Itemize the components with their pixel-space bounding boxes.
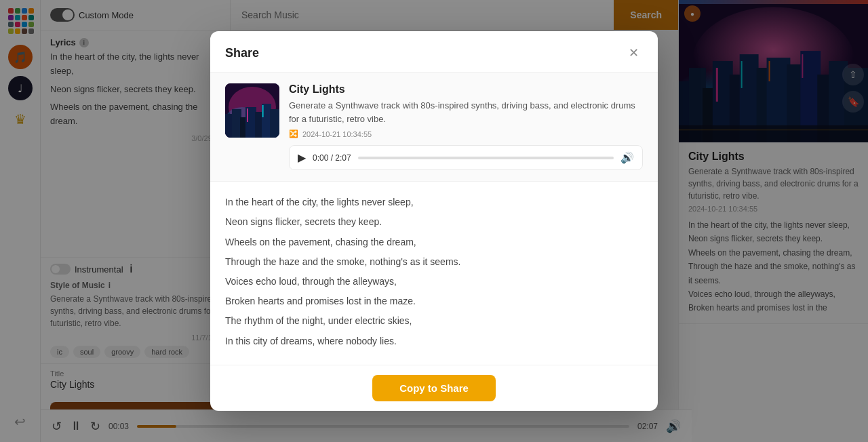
modal-header: Share ✕ bbox=[210, 31, 658, 73]
meta-icon: 🔀 bbox=[289, 129, 298, 138]
modal-song-details: City Lights Generate a Synthwave track w… bbox=[289, 83, 643, 170]
modal-volume-icon[interactable]: 🔊 bbox=[620, 151, 634, 164]
modal-lyric-3: Through the haze and the smoke, nothing'… bbox=[225, 254, 643, 270]
modal-song-thumbnail bbox=[225, 83, 279, 138]
modal-song-name: City Lights bbox=[289, 83, 643, 96]
share-modal: Share ✕ bbox=[210, 31, 658, 411]
modal-audio-time: 0:00 / 2:07 bbox=[313, 153, 351, 163]
modal-play-button[interactable]: ▶ bbox=[298, 151, 306, 164]
modal-song-description: Generate a Synthwave track with 80s-insp… bbox=[289, 99, 643, 125]
modal-audio-progress[interactable] bbox=[358, 157, 614, 159]
modal-lyric-4: Voices echo loud, through the alleyways, bbox=[225, 273, 643, 290]
modal-overlay[interactable]: Share ✕ bbox=[0, 0, 868, 442]
modal-lyric-1: Neon signs flicker, secrets they keep. bbox=[225, 214, 643, 230]
modal-close-button[interactable]: ✕ bbox=[624, 43, 643, 62]
copy-to-share-button[interactable]: Copy to Share bbox=[372, 375, 496, 401]
modal-title: Share bbox=[225, 46, 259, 60]
modal-song-date: 2024-10-21 10:34:55 bbox=[302, 130, 372, 138]
modal-footer: Copy to Share bbox=[210, 365, 658, 411]
modal-audio-player: ▶ 0:00 / 2:07 🔊 bbox=[289, 145, 643, 170]
svg-rect-33 bbox=[262, 105, 264, 117]
modal-lyrics: In the heart of the city, the lights nev… bbox=[210, 182, 658, 365]
svg-rect-32 bbox=[247, 108, 248, 122]
modal-song-card: City Lights Generate a Synthwave track w… bbox=[210, 73, 658, 182]
svg-rect-31 bbox=[270, 109, 279, 138]
modal-lyric-2: Wheels on the pavement, chasing the drea… bbox=[225, 234, 643, 251]
modal-lyric-0: In the heart of the city, the lights nev… bbox=[225, 194, 643, 211]
modal-song-meta: 🔀 2024-10-21 10:34:55 bbox=[289, 129, 643, 138]
modal-lyric-5: Broken hearts and promises lost in the m… bbox=[225, 293, 643, 310]
modal-lyric-7: In this city of dreams, where nobody lie… bbox=[225, 333, 643, 350]
modal-lyric-6: The rhythm of the night, under electric … bbox=[225, 313, 643, 329]
svg-rect-26 bbox=[232, 109, 241, 138]
